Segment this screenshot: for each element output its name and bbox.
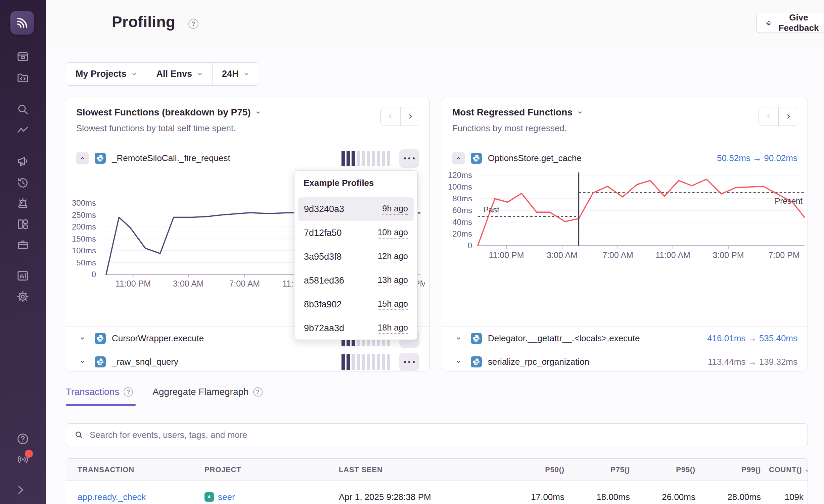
- col-project[interactable]: PROJECT: [200, 465, 335, 474]
- function-row: _raw_snql_query: [66, 350, 429, 373]
- svg-text:7:00 AM: 7:00 AM: [229, 279, 260, 288]
- function-name[interactable]: serialize_rpc_organization: [488, 357, 589, 367]
- search-input[interactable]: [90, 430, 799, 440]
- next-page-button[interactable]: [400, 107, 420, 125]
- function-name[interactable]: Delegator.__getattr__.<locals>.execute: [488, 333, 640, 344]
- profile-id: 9d3240a3: [304, 204, 344, 214]
- aggregate-help-icon[interactable]: ?: [253, 387, 263, 397]
- settings-icon[interactable]: [16, 290, 30, 303]
- profile-age-link[interactable]: 15h ago: [378, 299, 408, 310]
- slowest-functions-title[interactable]: Slowest Functions (breakdown by P75): [76, 107, 419, 118]
- regression-metric[interactable]: 416.01ms → 535.40ms: [707, 333, 797, 344]
- project-filter[interactable]: My Projects: [66, 63, 147, 85]
- function-name[interactable]: OptionsStore.get_cache: [488, 153, 582, 163]
- profile-age-link[interactable]: 13h ago: [378, 275, 408, 286]
- prev-page-button[interactable]: [759, 107, 778, 125]
- regression-metric[interactable]: 50.52ms → 90.02ms: [717, 153, 797, 163]
- arrow-right-icon: →: [748, 357, 757, 367]
- function-name[interactable]: _raw_snql_query: [112, 357, 178, 367]
- project-link[interactable]: seer: [218, 492, 235, 502]
- environment-filter-label: All Envs: [156, 69, 192, 79]
- python-icon: [471, 153, 482, 164]
- active-tab-indicator: [66, 404, 136, 406]
- svg-text:100ms: 100ms: [448, 182, 472, 191]
- tab-transactions-label: Transactions: [66, 387, 119, 397]
- col-p99[interactable]: P99(): [699, 465, 765, 474]
- tab-bar: Transactions ? Aggregate Flamegraph ?: [66, 387, 263, 397]
- project-cell[interactable]: seer: [200, 492, 335, 502]
- col-p95[interactable]: P95(): [634, 465, 699, 474]
- col-count[interactable]: COUNT(): [765, 465, 808, 474]
- page-title: Profiling: [112, 13, 175, 31]
- collapse-row-button[interactable]: [452, 152, 465, 164]
- alerts-icon[interactable]: [16, 197, 30, 210]
- more-options-button[interactable]: [399, 353, 419, 371]
- prev-page-button[interactable]: [381, 107, 400, 125]
- feedback-icon[interactable]: [16, 154, 30, 168]
- svg-text:200ms: 200ms: [72, 222, 96, 231]
- replays-icon[interactable]: [16, 176, 30, 190]
- metric-after: 90.02ms: [764, 153, 797, 163]
- project-filter-label: My Projects: [76, 69, 127, 79]
- profile-age-link[interactable]: 18h ago: [378, 323, 408, 334]
- metric-after: 139.32ms: [759, 357, 797, 367]
- expand-row-button[interactable]: [76, 335, 89, 342]
- p50-cell: 17.00ms: [506, 492, 568, 502]
- profile-item[interactable]: a581ed36 13h ago: [298, 269, 414, 293]
- give-feedback-label: Give Feedback: [777, 12, 820, 33]
- profile-item[interactable]: 3a95d3f8 12h ago: [298, 245, 414, 269]
- profile-id: 3a95d3f8: [304, 252, 342, 262]
- profiling-help-icon[interactable]: ?: [188, 19, 198, 29]
- profile-age-link[interactable]: 9h ago: [382, 204, 408, 215]
- svg-text:11:00 PM: 11:00 PM: [489, 250, 524, 260]
- col-transaction[interactable]: TRANSACTION: [66, 465, 200, 474]
- function-name[interactable]: CursorWrapper.execute: [112, 333, 204, 344]
- explore-icon[interactable]: [16, 71, 30, 85]
- profile-item[interactable]: 8b3fa902 15h ago: [298, 293, 414, 316]
- page-header: Profiling ? Give Feedback: [46, 0, 824, 48]
- tab-transactions[interactable]: Transactions ?: [66, 387, 133, 397]
- most-regressed-panel: Most Regressed Functions Functions by mo…: [442, 97, 808, 371]
- collapse-row-button[interactable]: [76, 152, 89, 164]
- sidebar-expand-icon[interactable]: [13, 483, 27, 497]
- issues-icon[interactable]: [16, 50, 30, 63]
- col-count-label: COUNT(): [769, 465, 802, 474]
- transaction-link[interactable]: app.ready._check: [78, 492, 146, 502]
- give-feedback-button[interactable]: Give Feedback: [757, 13, 824, 33]
- more-options-button[interactable]: [399, 149, 419, 168]
- transactions-help-icon[interactable]: ?: [124, 387, 133, 397]
- svg-text:0: 0: [468, 241, 472, 250]
- profile-item[interactable]: 9b72aa3d 18h ago: [298, 316, 414, 340]
- svg-text:120ms: 120ms: [448, 170, 472, 180]
- next-page-button[interactable]: [778, 107, 798, 125]
- chevron-down-icon: [197, 71, 203, 77]
- profile-item[interactable]: 7d12fa50 10h ago: [298, 221, 414, 245]
- traces-icon[interactable]: [16, 124, 30, 138]
- time-range-filter[interactable]: 24H: [212, 63, 259, 85]
- profile-item[interactable]: 9d3240a3 9h ago: [298, 197, 414, 221]
- chevron-down-icon: [131, 71, 137, 77]
- arrow-right-icon: →: [753, 153, 762, 163]
- dashboards-icon[interactable]: [16, 217, 30, 231]
- releases-icon[interactable]: [16, 238, 30, 251]
- tab-aggregate-flamegraph[interactable]: Aggregate Flamegraph ?: [152, 387, 262, 397]
- regression-metric[interactable]: 113.44ms → 139.32ms: [708, 357, 797, 367]
- environment-filter[interactable]: All Envs: [147, 63, 213, 85]
- expand-row-button[interactable]: [452, 335, 465, 342]
- sentry-logo[interactable]: [10, 11, 34, 35]
- col-p50[interactable]: P50(): [506, 465, 568, 474]
- col-p75[interactable]: P75(): [568, 465, 634, 474]
- profile-age-link[interactable]: 12h ago: [378, 251, 408, 262]
- arrow-right-icon: →: [748, 333, 757, 343]
- expand-row-button[interactable]: [76, 359, 89, 365]
- most-regressed-title[interactable]: Most Regressed Functions: [452, 107, 797, 118]
- profile-age-link[interactable]: 10h ago: [378, 228, 408, 239]
- search-icon[interactable]: [16, 103, 30, 116]
- function-name[interactable]: _RemoteSiloCall._fire_request: [112, 153, 230, 163]
- col-last-seen[interactable]: LAST SEEN: [335, 465, 506, 474]
- help-icon[interactable]: [16, 432, 30, 446]
- expand-row-button[interactable]: [452, 359, 465, 365]
- count-cell: 109k: [765, 492, 808, 502]
- profiling-page: Profiling ? Give Feedback My Projects Al…: [0, 0, 824, 504]
- stats-icon[interactable]: [16, 269, 30, 283]
